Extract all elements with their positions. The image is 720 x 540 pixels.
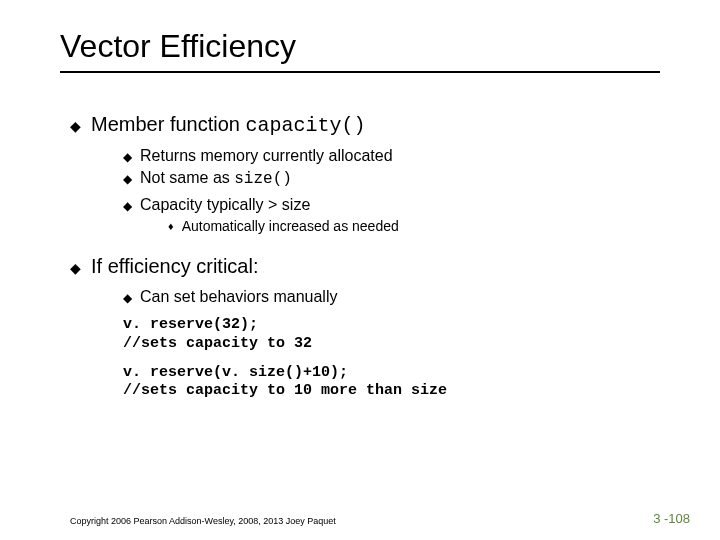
list-item: ◆ If efficiency critical: ◆ Can set beha… (70, 255, 670, 409)
code-block: v. reserve(v. size()+10); //sets capacit… (123, 364, 447, 402)
list-item: ◆ Can set behaviors manually (123, 288, 447, 306)
code-block: v. reserve(32); //sets capacity to 32 (123, 316, 447, 354)
bullet-icon: ◆ (123, 291, 132, 305)
bullet-icon: ◆ (123, 199, 132, 213)
text: Automatically increased as needed (182, 218, 399, 234)
list-item: ♦ Automatically increased as needed (168, 218, 399, 234)
sub-list: ◆ Can set behaviors manually (123, 288, 447, 306)
item-content: If efficiency critical: ◆ Can set behavi… (91, 255, 447, 409)
text: Member function (91, 113, 246, 135)
bullet-icon: ♦ (168, 220, 174, 232)
list-item: ◆ Capacity typically > size ♦ Automatica… (123, 196, 399, 237)
text: Not same as size() (140, 169, 292, 188)
bullet-icon: ◆ (70, 260, 81, 276)
text: Can set behaviors manually (140, 288, 337, 306)
text: Returns memory currently allocated (140, 147, 393, 165)
code-inline: size() (234, 170, 292, 188)
bullet-list: ◆ Member function capacity() ◆ Returns m… (70, 113, 670, 409)
list-item: ◆ Member function capacity() ◆ Returns m… (70, 113, 670, 243)
text: Capacity typically > size (140, 196, 310, 213)
copyright-text: Copyright 2006 Pearson Addison-Wesley, 2… (70, 516, 336, 526)
text: If efficiency critical: (91, 255, 258, 277)
page-number: 3 -108 (653, 511, 690, 526)
slide-title: Vector Efficiency (60, 28, 670, 65)
sub-sub-list: ♦ Automatically increased as needed (168, 218, 399, 234)
sub-list: ◆ Returns memory currently allocated ◆ N… (123, 147, 399, 237)
code-inline: capacity() (246, 114, 366, 137)
list-item: ◆ Returns memory currently allocated (123, 147, 399, 165)
title-underline (60, 71, 660, 73)
list-item: ◆ Not same as size() (123, 169, 399, 188)
item-content: Member function capacity() ◆ Returns mem… (91, 113, 399, 243)
bullet-icon: ◆ (123, 172, 132, 186)
item-content: Capacity typically > size ♦ Automaticall… (140, 196, 399, 237)
bullet-icon: ◆ (70, 118, 81, 134)
bullet-icon: ◆ (123, 150, 132, 164)
footer: Copyright 2006 Pearson Addison-Wesley, 2… (70, 511, 690, 526)
